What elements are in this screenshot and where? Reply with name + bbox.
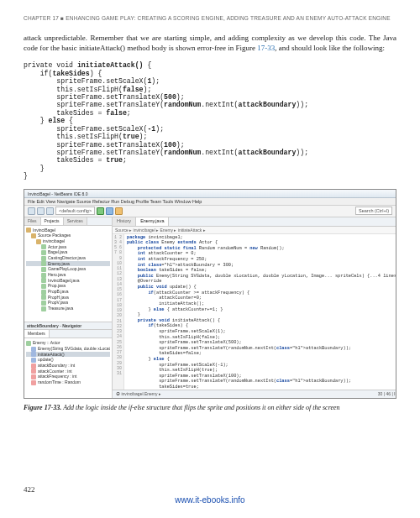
navigator-title: attackBoundary - Navigator bbox=[24, 322, 112, 330]
config-dropdown[interactable]: <default config> bbox=[55, 207, 95, 215]
caption-text: Add the logic inside the if-else structu… bbox=[61, 404, 339, 411]
editor-status-bar: ⦿ invincibagel.Enemy ▸ 30 | 46 | INS bbox=[113, 390, 396, 398]
open-icon[interactable] bbox=[37, 207, 45, 215]
tree-file: PropB.java bbox=[26, 289, 110, 295]
figure-number: Figure 17-33. bbox=[24, 404, 61, 411]
tree-file: Prop.java bbox=[26, 283, 110, 289]
tab-projects[interactable]: Projects bbox=[41, 217, 64, 225]
nav-item: randomTime : Random bbox=[26, 379, 110, 385]
editor-breadcrumb[interactable]: Source ▸ invincibagel ▸ Enemy ▸ initiate… bbox=[113, 227, 396, 234]
tab-services[interactable]: Services bbox=[64, 217, 87, 225]
nav-item: update() bbox=[26, 357, 110, 363]
project-tree[interactable]: InvinciBagel Source Packages invincibage… bbox=[24, 226, 112, 313]
tree-file: Hero.java bbox=[26, 272, 110, 278]
figure-reference-link[interactable]: 17-33 bbox=[257, 44, 275, 52]
figure-caption: Figure 17-33. Add the logic inside the i… bbox=[24, 404, 396, 411]
tree-file: PropV.java bbox=[26, 300, 110, 306]
tree-file: Actor.java bbox=[26, 244, 110, 250]
search-input[interactable]: Search (Ctrl+I) bbox=[355, 207, 392, 215]
site-link[interactable]: www.it-ebooks.info bbox=[24, 495, 396, 505]
tree-root: InvinciBagel bbox=[26, 228, 110, 233]
tree-file: InvinciBagel.java bbox=[26, 278, 110, 284]
ide-screenshot: InvinciBagel - NetBeans IDE 8.0 File Edi… bbox=[24, 189, 396, 399]
tree-pkg: invincibagel bbox=[26, 238, 110, 244]
intro-paragraph: attack unpredictable. Remember that we a… bbox=[24, 33, 396, 53]
navigator-members-tab[interactable]: Members bbox=[24, 330, 50, 337]
ide-title-bar: InvinciBagel - NetBeans IDE 8.0 bbox=[24, 190, 396, 198]
editor-tab-file[interactable]: Enemy.java bbox=[136, 217, 169, 226]
nav-item: attackFrequency : int bbox=[26, 374, 110, 379]
editor-code-area[interactable]: package invincibagel; public class Enemy… bbox=[124, 234, 396, 390]
save-icon[interactable] bbox=[46, 207, 54, 215]
tree-file: GamePlayLoop.java bbox=[26, 266, 110, 272]
nav-item: attackCounter : int bbox=[26, 369, 110, 374]
nav-item: attackBoundary : int bbox=[26, 363, 110, 369]
tree-src: Source Packages bbox=[26, 233, 110, 238]
editor-gutter: 1 2 3 4 5 6 7 8 9 10 11 12 13 14 15 16 1… bbox=[113, 234, 124, 390]
ide-toolbar: <default config> Search (Ctrl+I) bbox=[24, 206, 396, 217]
status-cursor: 30 | 46 | INS bbox=[378, 391, 396, 397]
run-icon[interactable] bbox=[97, 207, 104, 215]
tab-files[interactable]: Files bbox=[24, 217, 41, 225]
tree-file: Bagel.java bbox=[26, 249, 110, 255]
debug-icon[interactable] bbox=[106, 207, 113, 215]
intro-text-post: , and should look like the following: bbox=[275, 44, 385, 52]
profile-icon[interactable] bbox=[115, 207, 123, 215]
status-left: ⦿ invincibagel.Enemy ▸ bbox=[116, 391, 161, 397]
new-file-icon[interactable] bbox=[28, 207, 35, 215]
tree-file: PropH.java bbox=[26, 295, 110, 301]
nav-item: Enemy(String SVGdata, double xLocation bbox=[26, 346, 110, 352]
ide-menu-bar[interactable]: File Edit View Navigate Source Refactor … bbox=[24, 198, 396, 206]
tree-file: CastingDirector.java bbox=[26, 255, 110, 261]
tree-file: Treasure.java bbox=[26, 306, 110, 311]
nav-class: Enemy :: Actor bbox=[26, 340, 110, 346]
nav-item-selected: initiateAttack() bbox=[26, 352, 110, 358]
code-listing: private void initiateAttack() { if(takeS… bbox=[24, 61, 396, 180]
page-number: 422 bbox=[24, 485, 396, 494]
editor-tab-history[interactable]: History bbox=[113, 217, 136, 226]
ide-editor: History Enemy.java Source ▸ invincibagel… bbox=[113, 217, 396, 398]
navigator-tree[interactable]: Enemy :: Actor Enemy(String SVGdata, dou… bbox=[24, 338, 112, 386]
chapter-header: CHAPTER 17 ■ ENHANCING GAME PLAY: CREATI… bbox=[24, 15, 396, 21]
tree-file-selected: Enemy.java bbox=[26, 261, 110, 267]
ide-left-panel: Files Projects Services InvinciBagel Sou… bbox=[24, 217, 113, 398]
